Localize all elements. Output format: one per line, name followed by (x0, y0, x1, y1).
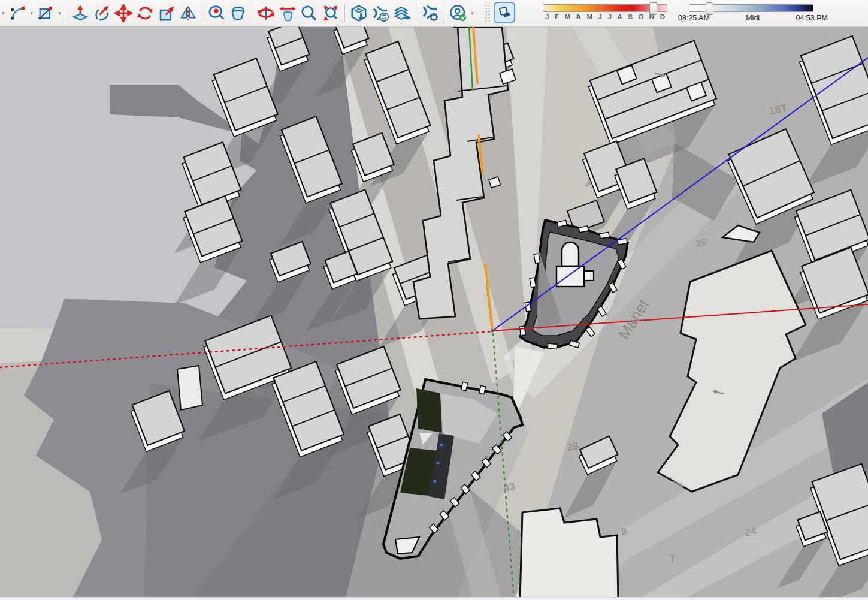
toolbar-separator (444, 4, 444, 22)
scale-icon (158, 4, 176, 22)
axis-origin (491, 330, 494, 332)
account-caret[interactable]: ▾ (469, 2, 476, 25)
toolbar-separator (202, 4, 202, 22)
paint-bucket-icon (229, 4, 247, 22)
parcel-number: 43 (503, 481, 516, 494)
followme-tool-button[interactable] (91, 2, 113, 25)
arc-tool-caret[interactable]: ▾ (28, 2, 35, 25)
month-label-1: F (555, 13, 559, 20)
flip-icon (179, 4, 197, 22)
viewport-3d[interactable]: 18T2628439724Manet (0, 27, 868, 600)
month-label-8: S (628, 13, 633, 20)
month-label-7: A (617, 13, 622, 20)
time-slider-thumb[interactable] (706, 2, 713, 15)
move-icon (114, 4, 132, 22)
toolbar-separator (252, 4, 252, 22)
pushpull-tool-button[interactable] (69, 2, 91, 25)
arc-icon (9, 5, 26, 22)
month-label-9: O (638, 13, 643, 20)
model-refresh-button[interactable] (370, 2, 391, 25)
month-label-4: M (586, 13, 592, 20)
month-label-5: J (598, 13, 602, 20)
layers-export-button[interactable] (391, 2, 413, 25)
toolbar-separator (344, 4, 345, 22)
warehouse-download-button[interactable] (348, 2, 370, 25)
month-label-0: J (545, 13, 549, 20)
shadows-toolbar: JFMAMJJASOND 08:25 AM Midi 04:53 PM (494, 0, 828, 27)
pan-icon (279, 4, 297, 22)
main-toolbar: ▾ ▾ ▾ ▾ JFMAMJJASOND (0, 0, 868, 27)
month-label-11: D (660, 13, 665, 20)
time-end-label: 04:53 PM (796, 14, 828, 22)
time-start-label: 08:25 AM (678, 14, 710, 22)
month-label-6: J (607, 13, 611, 20)
overflow-caret[interactable]: ▾ (0, 2, 7, 25)
shadows-toggle-button[interactable] (494, 2, 515, 23)
date-slider-thumb[interactable] (649, 2, 657, 15)
parcel-number: 26 (695, 237, 707, 249)
month-label-3: A (576, 13, 581, 20)
paint-bucket-tool-button[interactable] (227, 2, 249, 25)
sketchup-window: { "toolbar": { "tools": [ {"name":"overf… (0, 0, 868, 600)
tape-measure-icon (207, 4, 225, 22)
zoom-extents-tool-button[interactable] (320, 2, 341, 25)
model-refresh-icon (371, 4, 389, 22)
month-label-2: M (564, 13, 570, 20)
shadows-icon (497, 5, 512, 20)
shape-tool-button[interactable] (35, 2, 56, 25)
account-button[interactable] (447, 2, 469, 25)
orbit-icon (257, 4, 275, 22)
toolbar-separator (66, 4, 66, 22)
time-labels: 08:25 AM Midi 04:53 PM (678, 14, 828, 22)
statusbar-edge (0, 597, 868, 600)
date-slider-group: JFMAMJJASOND (515, 0, 667, 20)
account-icon (449, 4, 467, 22)
time-slider-group: 08:25 AM Midi 04:53 PM (667, 0, 828, 22)
time-mid-label: Midi (746, 14, 760, 22)
zoom-extents-icon (322, 4, 340, 22)
flip-tool-button[interactable] (177, 2, 199, 25)
scale-tool-button[interactable] (156, 2, 177, 25)
extension-settings-icon (421, 4, 439, 22)
warehouse-download-icon (350, 4, 368, 22)
extension-settings-button[interactable] (419, 2, 441, 25)
shape-tool-caret[interactable]: ▾ (56, 2, 63, 25)
zoom-tool-button[interactable] (298, 2, 320, 25)
rotate-tool-button[interactable] (134, 2, 156, 25)
move-tool-button[interactable] (113, 2, 134, 25)
followme-icon (93, 4, 111, 22)
rotate-icon (136, 4, 154, 22)
tape-measure-tool-button[interactable] (205, 2, 227, 25)
rectangle-icon (37, 5, 54, 22)
toolbar-grip-handle[interactable] (484, 3, 490, 23)
pushpull-icon (71, 4, 89, 22)
toolbar-separator (416, 4, 416, 22)
month-labels: JFMAMJJASOND (545, 13, 665, 20)
pan-tool-button[interactable] (277, 2, 298, 25)
zoom-icon (300, 4, 318, 22)
parcel-number: 28 (566, 440, 579, 453)
orbit-tool-button[interactable] (255, 2, 277, 25)
arc-tool-button[interactable] (7, 2, 28, 25)
layers-export-icon (393, 4, 411, 22)
date-slider-track[interactable] (543, 4, 667, 12)
time-slider-track[interactable] (689, 4, 813, 12)
